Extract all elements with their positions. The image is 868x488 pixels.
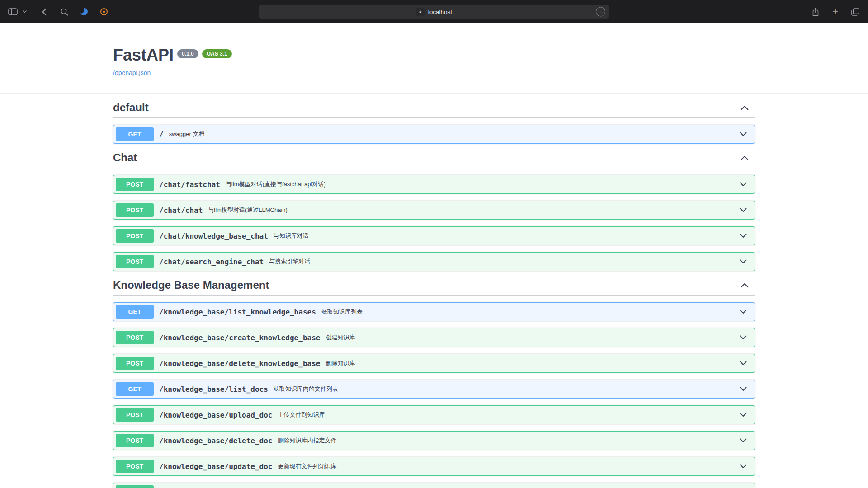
operation-description: 删除知识库 (326, 359, 740, 367)
collapse-section-chevron-up-icon[interactable] (741, 105, 749, 110)
oas-badge: OAS 3.1 (202, 49, 232, 58)
operation-path: /knowledge_base/delete_knowledge_base (159, 359, 320, 368)
operation-description: 与搜索引擎对话 (269, 258, 740, 266)
operation-row[interactable]: POST /knowledge_base/delete_doc 删除知识库内指定… (113, 431, 755, 450)
method-badge: POST (116, 357, 154, 370)
expand-operation-chevron-down-icon[interactable] (740, 361, 747, 366)
operation-description: 获取知识库内的文件列表 (274, 385, 740, 393)
method-badge: POST (116, 255, 154, 268)
operation-summary: POST /knowledge_base/upload_doc 上传文件到知识库 (113, 406, 755, 424)
section-header[interactable]: Chat (113, 151, 755, 168)
sections-container: default GET / swagger 文档 Chat (104, 101, 764, 488)
tab-overview-icon[interactable] (851, 5, 860, 18)
operation-summary: GET /knowledge_base/list_knowledge_bases… (113, 303, 755, 321)
page-settings-ellipsis-icon[interactable]: ··· (596, 7, 605, 17)
operation-path: /knowledge_base/list_knowledge_bases (159, 308, 316, 316)
method-badge: GET (116, 382, 154, 396)
section-title: default (113, 101, 149, 114)
operation-row[interactable]: POST /knowledge_base/delete_knowledge_ba… (113, 354, 755, 373)
operation-summary: POST /knowledge_base/create_knowledge_ba… (113, 328, 755, 347)
operation-path: /knowledge_base/create_knowledge_base (159, 333, 320, 342)
operation-row[interactable]: POST /knowledge_base/recreate_vector_sto… (113, 483, 755, 488)
expand-operation-chevron-down-icon[interactable] (740, 464, 747, 469)
search-icon[interactable] (60, 5, 69, 18)
api-info: FastAPI0.1.0OAS 3.1 /openapi.json (113, 46, 755, 77)
method-badge: GET (116, 127, 154, 141)
operation-summary: POST /knowledge_base/recreate_vector_sto… (113, 483, 755, 488)
operation-summary: POST /knowledge_base/delete_doc 删除知识库内指定… (113, 432, 755, 450)
openapi-json-link[interactable]: /openapi.json (113, 69, 151, 76)
swagger-page: FastAPI0.1.0OAS 3.1 /openapi.json defaul… (0, 23, 868, 488)
api-tag-section: Knowledge Base Management GET /knowledge… (113, 279, 755, 488)
operation-summary: GET / swagger 文档 (113, 125, 755, 143)
url-text: localhost (428, 9, 452, 15)
new-tab-plus-icon[interactable]: + (831, 5, 840, 18)
method-badge: POST (116, 485, 154, 488)
orange-extension-icon[interactable] (99, 5, 108, 18)
collapse-section-chevron-up-icon[interactable] (741, 283, 749, 288)
operation-row[interactable]: POST /chat/fastchat 与llm模型对话(直接与fastchat… (113, 175, 755, 194)
operation-summary: GET /knowledge_base/list_docs 获取知识库内的文件列… (113, 380, 755, 398)
operation-row[interactable]: POST /knowledge_base/update_doc 更新现有文件到知… (113, 457, 755, 476)
method-badge: POST (116, 408, 154, 422)
expand-operation-chevron-down-icon[interactable] (740, 387, 747, 391)
operation-path: / (159, 130, 164, 139)
operation-path: /knowledge_base/update_doc (159, 462, 272, 471)
expand-operation-chevron-down-icon[interactable] (740, 132, 747, 136)
sidebar-chevron-down-icon[interactable] (20, 5, 29, 18)
url-bar[interactable]: localhost ··· (259, 5, 609, 19)
expand-operation-chevron-down-icon[interactable] (740, 182, 747, 187)
operation-description: 上传文件到知识库 (278, 411, 740, 419)
method-badge: GET (116, 305, 154, 319)
operation-description: swagger 文档 (169, 130, 740, 138)
operations-list: GET /knowledge_base/list_knowledge_bases… (113, 302, 755, 488)
site-favicon-bolt-icon (416, 8, 425, 16)
operation-path: /chat/fastchat (159, 180, 220, 189)
section-header[interactable]: default (113, 101, 755, 118)
section-header[interactable]: Knowledge Base Management (113, 279, 755, 296)
operation-row[interactable]: POST /chat/knowledge_base_chat 与知识库对话 (113, 226, 755, 245)
collapse-section-chevron-up-icon[interactable] (741, 155, 749, 160)
api-title-text: FastAPI (113, 46, 174, 64)
method-badge: POST (116, 229, 154, 243)
operation-row[interactable]: POST /chat/search_engine_chat 与搜索引擎对话 (113, 252, 755, 271)
section-title: Knowledge Base Management (113, 279, 269, 291)
operations-list: GET / swagger 文档 (113, 125, 755, 144)
operation-summary: POST /chat/search_engine_chat 与搜索引擎对话 (113, 253, 755, 271)
operation-row[interactable]: GET /knowledge_base/list_docs 获取知识库内的文件列… (113, 380, 755, 399)
operation-row[interactable]: POST /knowledge_base/upload_doc 上传文件到知识库 (113, 405, 755, 424)
expand-operation-chevron-down-icon[interactable] (740, 259, 747, 264)
sidebar-toggle-icon[interactable] (8, 5, 18, 18)
operation-row[interactable]: POST /knowledge_base/create_knowledge_ba… (113, 328, 755, 347)
share-icon[interactable] (811, 5, 820, 18)
api-tag-section: Chat POST /chat/fastchat 与llm模型对话(直接与fas… (113, 151, 755, 271)
operation-path: /knowledge_base/delete_doc (159, 436, 272, 445)
page-title: FastAPI0.1.0OAS 3.1 (113, 46, 755, 64)
operation-row[interactable]: GET /knowledge_base/list_knowledge_bases… (113, 302, 755, 321)
operation-description: 与知识库对话 (274, 232, 740, 240)
operation-path: /chat/search_engine_chat (159, 258, 264, 266)
operation-summary: POST /chat/fastchat 与llm模型对话(直接与fastchat… (113, 175, 755, 193)
operation-row[interactable]: GET / swagger 文档 (113, 125, 755, 144)
method-badge: POST (116, 434, 154, 447)
toolbar-right: + (811, 5, 860, 18)
back-icon[interactable] (40, 5, 49, 18)
operation-description: 创建知识库 (326, 333, 740, 342)
info-divider (0, 93, 868, 94)
expand-operation-chevron-down-icon[interactable] (740, 208, 747, 212)
blue-extension-icon[interactable] (80, 5, 89, 18)
operation-path: /knowledge_base/list_docs (159, 385, 268, 394)
expand-operation-chevron-down-icon[interactable] (740, 234, 747, 238)
operation-row[interactable]: POST /chat/chat 与llm模型对话(通过LLMChain) (113, 201, 755, 220)
operation-summary: POST /knowledge_base/update_doc 更新现有文件到知… (113, 457, 755, 475)
expand-operation-chevron-down-icon[interactable] (740, 438, 747, 443)
expand-operation-chevron-down-icon[interactable] (740, 310, 747, 314)
version-badge: 0.1.0 (177, 49, 198, 58)
operation-description: 更新现有文件到知识库 (278, 462, 740, 470)
expand-operation-chevron-down-icon[interactable] (740, 413, 747, 417)
operation-summary: POST /knowledge_base/delete_knowledge_ba… (113, 354, 755, 372)
operations-list: POST /chat/fastchat 与llm模型对话(直接与fastchat… (113, 175, 755, 271)
expand-operation-chevron-down-icon[interactable] (740, 335, 747, 340)
operation-summary: POST /chat/chat 与llm模型对话(通过LLMChain) (113, 201, 755, 219)
toolbar-left (8, 5, 108, 18)
